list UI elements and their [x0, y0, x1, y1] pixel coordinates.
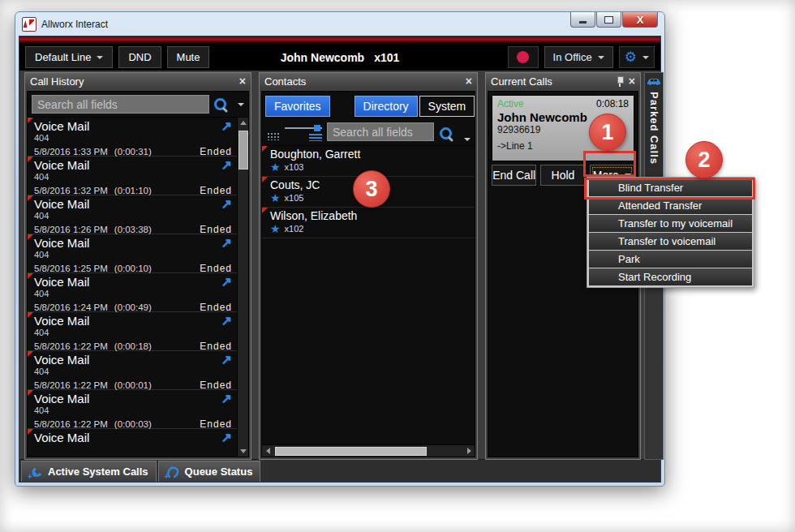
call-duration: (0:00:01) [114, 380, 152, 390]
contacts-search-input[interactable] [327, 122, 434, 141]
scroll-right-arrow[interactable] [463, 445, 475, 457]
call-history-row[interactable]: Voice Mail↗ 404 5/8/2016 1:33 PM(0:00:31… [28, 118, 237, 157]
record-button[interactable] [508, 46, 539, 68]
horizontal-scrollbar[interactable] [262, 444, 475, 457]
call-datetime: 5/8/2016 1:24 PM [34, 302, 108, 312]
call-history-row[interactable]: Voice Mail↗ 404 [28, 429, 237, 446]
triangle-right-icon [467, 448, 471, 454]
call-duration: (0:00:31) [114, 147, 152, 157]
dnd-label: DND [128, 51, 151, 63]
tab-system[interactable]: System [419, 96, 475, 117]
search-icon[interactable] [213, 97, 228, 112]
hold-label: Hold [552, 169, 575, 182]
maximize-button[interactable] [596, 12, 621, 28]
record-icon [517, 51, 529, 63]
scroll-left-arrow[interactable] [262, 445, 273, 457]
hold-button[interactable]: Hold [540, 165, 585, 186]
parked-calls-label: Parked Calls [648, 92, 660, 165]
tab-active-system-calls[interactable]: Active System Calls [21, 461, 157, 482]
close-panel-icon[interactable]: × [466, 75, 472, 87]
gear-icon: ⚙ [625, 50, 637, 64]
grid-view-icon[interactable] [266, 131, 280, 140]
dnd-button[interactable]: DND [118, 46, 161, 68]
call-history-row[interactable]: Voice Mail↗ 404 5/8/2016 1:24 PM(0:00:49… [28, 273, 237, 312]
call-number: 404 [34, 405, 232, 416]
menu-item-park[interactable]: Park [589, 251, 752, 268]
call-history-panel: Call History × Voi [24, 72, 251, 460]
settings-dropdown[interactable]: ⚙ [619, 46, 655, 68]
search-options-caret-icon[interactable] [464, 138, 471, 141]
call-duration: (0:01:10) [114, 186, 152, 195]
presence-dropdown[interactable]: In Office [544, 46, 613, 68]
close-panel-icon[interactable]: × [629, 75, 635, 87]
end-call-label: End Call [492, 169, 535, 182]
mute-button[interactable]: Mute [167, 46, 210, 68]
call-history-row[interactable]: Voice Mail↗ 404 5/8/2016 1:22 PM(0:00:03… [28, 390, 237, 429]
outbound-arrow-icon: ↗ [221, 393, 232, 405]
triangle-left-icon [266, 448, 270, 454]
line-selector-label: Default Line [35, 51, 91, 63]
call-title: Voice Mail [34, 314, 221, 328]
slider-thumb[interactable] [314, 125, 320, 131]
line-selector-dropdown[interactable]: Default Line [25, 46, 113, 68]
end-call-button[interactable]: End Call [492, 165, 536, 186]
close-button[interactable]: X [622, 12, 658, 28]
tab-queue-status[interactable]: Queue Status [158, 461, 261, 482]
call-duration: (0:00:18) [114, 341, 152, 351]
outbound-arrow-icon: ↗ [221, 315, 232, 328]
call-history-title: Call History [30, 75, 84, 88]
title-bar[interactable]: Allworx Interact [15, 12, 664, 36]
chevron-down-icon [97, 56, 103, 59]
minimize-button[interactable] [570, 12, 595, 28]
window-title: Allworx Interact [41, 19, 108, 30]
tab-label: System [428, 100, 466, 113]
tab-directory[interactable]: Directory [355, 96, 418, 117]
toolbar-right-group: In Office ⚙ [508, 46, 655, 68]
contact-name: Wilson, Elizabeth [270, 209, 470, 222]
favorite-star-icon[interactable]: ★ [270, 192, 281, 204]
menu-item-attended-transfer[interactable]: Attended Transfer [589, 197, 752, 214]
call-history-row[interactable]: Voice Mail↗ 404 5/8/2016 1:32 PM(0:01:10… [28, 157, 237, 195]
search-icon[interactable] [439, 127, 453, 141]
user-name: John Newcomb [281, 51, 364, 64]
menu-item-transfer-my-voicemail[interactable]: Transfer to my voicemail [589, 215, 752, 232]
chevron-down-icon [642, 56, 649, 59]
window-body: Default Line DND Mute John Newcomb x101 [19, 36, 661, 483]
presence-label: In Office [553, 51, 592, 63]
vertical-scrollbar[interactable] [237, 118, 248, 457]
search-options-caret-icon[interactable] [238, 103, 244, 106]
menu-item-start-recording[interactable]: Start Recording [589, 268, 752, 285]
call-history-rows: Voice Mail↗ 404 5/8/2016 1:33 PM(0:00:31… [28, 118, 237, 457]
triangle-up-icon [240, 121, 247, 125]
queue-person-icon [166, 466, 181, 478]
call-duration: (0:00:49) [114, 302, 152, 312]
favorite-star-icon[interactable]: ★ [270, 161, 281, 173]
favorite-star-icon[interactable]: ★ [270, 223, 281, 234]
tab-favorites[interactable]: Favorites [265, 96, 330, 117]
scroll-down-arrow[interactable] [238, 446, 248, 457]
menu-item-transfer-voicemail[interactable]: Transfer to voicemail [589, 233, 752, 250]
close-panel-icon[interactable]: × [239, 75, 246, 87]
allworx-interact-window: Allworx Interact X Default Line DND Mute [15, 11, 665, 487]
call-number: 404 [34, 289, 232, 299]
pin-icon[interactable] [616, 76, 624, 87]
call-history-row[interactable]: Voice Mail↗ 404 5/8/2016 1:25 PM(0:00:10… [28, 234, 237, 273]
scrollbar-thumb[interactable] [275, 447, 427, 456]
contact-row[interactable]: Wilson, Elizabeth ★x102 [262, 208, 475, 238]
call-duration: (0:00:10) [114, 264, 152, 273]
outbound-arrow-icon: ↗ [221, 354, 232, 367]
outbound-arrow-icon: ↗ [221, 237, 232, 250]
call-history-search-input[interactable] [32, 95, 209, 114]
app-logo-icon [22, 17, 37, 32]
scroll-up-arrow[interactable] [238, 118, 248, 128]
call-history-row[interactable]: Voice Mail↗ 404 5/8/2016 1:22 PM(0:00:01… [28, 351, 237, 390]
call-title: Voice Mail [34, 431, 221, 444]
bottom-tab-bar: Active System Calls Queue Status [19, 459, 660, 482]
view-size-slider[interactable] [285, 125, 322, 141]
main-toolbar: Default Line DND Mute John Newcomb x101 [19, 44, 660, 71]
call-history-row[interactable]: Voice Mail↗ 404 5/8/2016 1:26 PM(0:03:38… [28, 195, 237, 234]
call-history-row[interactable]: Voice Mail↗ 404 5/8/2016 1:22 PM(0:00:18… [28, 312, 237, 351]
scrollbar-thumb[interactable] [238, 131, 248, 169]
car-icon [647, 76, 661, 86]
contact-extension: x102 [285, 224, 304, 234]
